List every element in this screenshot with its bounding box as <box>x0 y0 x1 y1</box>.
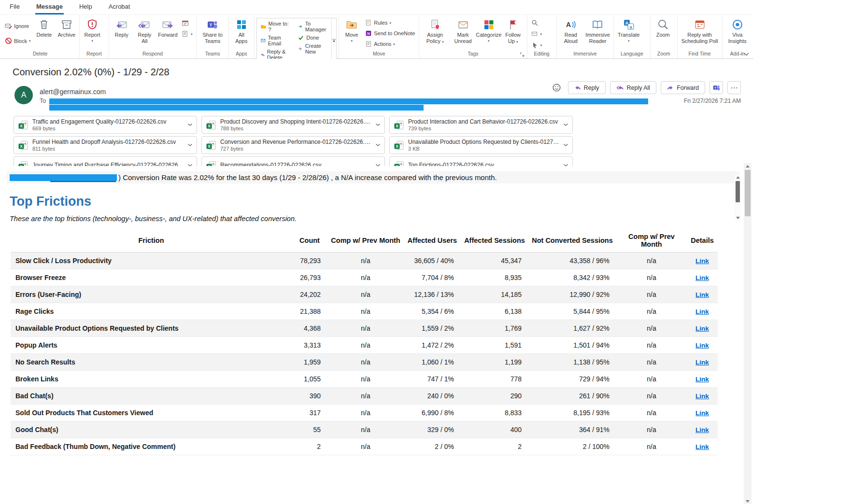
find-button[interactable] <box>529 18 544 28</box>
details-link[interactable]: Link <box>695 426 709 434</box>
attachment-chip[interactable]: a,X Recommendations-012726-022626.csv <box>201 156 385 166</box>
reply-with-scheduling-poll-button[interactable]: Reply with Scheduling Poll <box>680 16 720 44</box>
categorize-button[interactable]: Categorize ▾ <box>477 16 500 42</box>
attachment-dropdown-button[interactable] <box>184 116 196 133</box>
attachment-chip[interactable]: a,X Traffic and Engagement Quality-01272… <box>14 116 197 134</box>
scroll-down-arrow[interactable] <box>744 498 752 504</box>
collapse-ribbon-button[interactable] <box>743 52 750 56</box>
comp-prev-month-cell: n/a <box>327 320 404 337</box>
not-converted-sessions-cell: 5,844 / 95% <box>528 303 616 320</box>
actions-button[interactable]: Actions▾ <box>363 40 417 48</box>
attachment-dropdown-button[interactable] <box>560 137 571 154</box>
details-link[interactable]: Link <box>695 342 709 349</box>
reply-all-button-ribbon[interactable]: Reply All <box>133 16 156 44</box>
quickstep-team-email[interactable]: Team Email <box>261 35 290 46</box>
affected-users-cell: 240 / 0% <box>404 388 461 405</box>
attachment-chip[interactable]: a,X Funnel Health and Dropoff Analysis-0… <box>14 136 197 154</box>
attachment-dropdown-button[interactable] <box>372 157 383 166</box>
follow-up-button[interactable]: Follow Up ▾ <box>501 16 525 44</box>
attachment-dropdown-button[interactable] <box>184 157 196 166</box>
attachment-dropdown-button[interactable] <box>560 116 571 133</box>
folder-icon <box>261 24 266 29</box>
share-to-teams-header-button[interactable]: T <box>709 81 723 94</box>
read-aloud-button[interactable]: A Read Aloud <box>559 16 583 44</box>
scrollbar-thumb[interactable] <box>745 170 751 216</box>
scroll-down-arrow[interactable] <box>735 215 741 221</box>
quick-steps-overflow-button[interactable] <box>331 18 337 63</box>
tags-dialog-launcher-icon[interactable] <box>520 52 525 57</box>
details-link[interactable]: Link <box>695 409 709 417</box>
sender-avatar[interactable]: A <box>14 86 33 104</box>
table-row: No Search Results 1,959 n/a 1,060 / 1% 1… <box>11 354 718 371</box>
attachment-dropdown-button[interactable] <box>372 116 383 133</box>
quickstep-move-to[interactable]: Move to: ? <box>261 21 290 32</box>
menu-acrobat[interactable]: Acrobat <box>108 0 131 14</box>
details-link[interactable]: Link <box>695 443 709 450</box>
block-button[interactable]: Block▾ <box>3 36 32 45</box>
attachment-chip[interactable]: a,X Product Interaction and Cart Behavio… <box>389 116 573 134</box>
zoom-button[interactable]: Zoom <box>652 16 674 38</box>
scrollbar-thumb[interactable] <box>736 181 740 202</box>
ignore-button[interactable]: Ignore <box>3 21 32 30</box>
details-link[interactable]: Link <box>695 325 709 332</box>
share-to-teams-button[interactable]: T Share to Teams <box>199 16 226 44</box>
details-link[interactable]: Link <box>695 274 709 281</box>
translate-button[interactable]: Aa Translate ▾ <box>616 16 641 42</box>
select-button[interactable]: ▾ <box>529 41 544 50</box>
reply-all-icon <box>138 18 151 31</box>
mark-unread-button[interactable]: Mark Unread <box>450 16 476 44</box>
main-scrollbar[interactable] <box>744 163 752 504</box>
add-reaction-button[interactable] <box>550 81 564 94</box>
quickstep-create-new[interactable]: Create New <box>298 43 327 55</box>
rules-button[interactable]: Rules▾ <box>363 18 417 27</box>
attachment-chip[interactable]: a,X Conversion and Revenue Performance-0… <box>201 136 385 154</box>
forward-button-ribbon[interactable]: Forward <box>157 16 179 38</box>
details-link[interactable]: Link <box>695 291 709 298</box>
attachment-chip[interactable]: a,X Unavailable Product Options Requeste… <box>389 136 573 154</box>
archive-button[interactable]: Archive <box>56 16 77 38</box>
details-link[interactable]: Link <box>695 308 709 315</box>
friction-cell: Unavailable Product Options Requested by… <box>11 320 292 337</box>
details-link[interactable]: Link <box>695 392 709 400</box>
reply-button-ribbon[interactable]: Reply <box>111 16 132 38</box>
details-link[interactable]: Link <box>695 359 709 366</box>
attachment-dropdown-button[interactable] <box>560 157 571 166</box>
delete-button[interactable]: Delete <box>33 16 55 38</box>
attachment-chip[interactable]: a,X Journey Timing and Purchase Efficien… <box>14 156 197 166</box>
attachment-chip[interactable]: a,X Product Discovery and Shopping Inten… <box>201 116 385 134</box>
move-button[interactable]: Move ▾ <box>341 16 362 42</box>
meeting-button[interactable] <box>180 18 195 28</box>
more-actions-button[interactable]: ⋯ <box>727 81 741 94</box>
details-link[interactable]: Link <box>695 376 709 383</box>
affected-sessions-cell: 1,769 <box>461 320 528 337</box>
scroll-up-arrow[interactable] <box>744 163 752 169</box>
assign-policy-button[interactable]: Assign Policy ▾ <box>421 16 449 44</box>
meeting-icon <box>182 19 189 27</box>
all-apps-button[interactable]: All Apps <box>231 16 252 44</box>
details-link[interactable]: Link <box>695 257 709 265</box>
attachment-dropdown-button[interactable] <box>372 137 383 154</box>
attachment-chip[interactable]: a,X Top Frictions-012726-022626.csv <box>389 156 573 166</box>
forward-button[interactable]: Forward <box>661 81 705 94</box>
report-button[interactable]: Report ▾ <box>82 16 103 42</box>
quickstep-to-manager[interactable]: To Manager <box>298 21 327 32</box>
viva-insights-button[interactable]: Viva Insights <box>724 16 751 44</box>
sender-email[interactable]: alert@germainux.com <box>40 88 106 96</box>
attachment-name: Top Frictions-012726-022626.csv <box>408 162 560 166</box>
menu-file[interactable]: File <box>9 0 21 14</box>
column-header: Details <box>687 229 718 252</box>
quickstep-done[interactable]: Done <box>298 35 327 41</box>
reply-button[interactable]: Reply <box>568 81 606 94</box>
related-button[interactable]: ▾ <box>529 29 544 39</box>
send-to-onenote-button[interactable]: N Send to OneNote <box>363 29 417 38</box>
immersive-reader-button[interactable]: Immersive Reader <box>584 16 611 44</box>
menu-message[interactable]: Message <box>35 0 64 14</box>
affected-users-cell: 329 / 0% <box>404 421 461 438</box>
attachments-scrollbar[interactable] <box>735 174 741 221</box>
scroll-up-arrow[interactable] <box>735 174 741 180</box>
redacted-link[interactable] <box>10 174 117 181</box>
reply-all-button[interactable]: Reply All <box>610 81 657 94</box>
more-respond-button[interactable]: ▾ <box>180 29 195 39</box>
attachment-dropdown-button[interactable] <box>184 137 196 154</box>
menu-help[interactable]: Help <box>78 0 93 14</box>
